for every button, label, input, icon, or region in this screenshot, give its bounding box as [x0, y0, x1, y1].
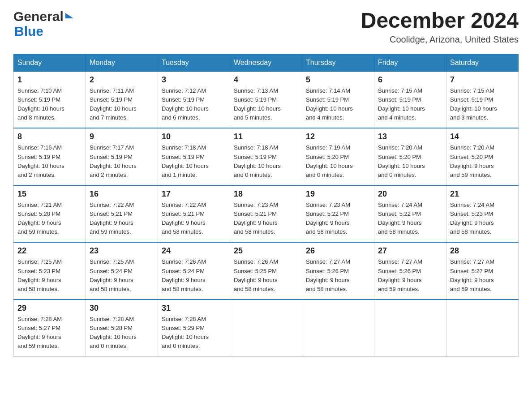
calendar-cell: 31 Sunrise: 7:28 AMSunset: 5:29 PMDaylig… — [158, 300, 230, 356]
calendar-cell: 13 Sunrise: 7:20 AMSunset: 5:20 PMDaylig… — [374, 128, 446, 185]
day-number: 24 — [162, 246, 226, 256]
calendar-cell: 15 Sunrise: 7:21 AMSunset: 5:20 PMDaylig… — [14, 185, 86, 243]
week-row-3: 15 Sunrise: 7:21 AMSunset: 5:20 PMDaylig… — [14, 185, 519, 243]
day-number: 11 — [234, 132, 298, 141]
day-number: 30 — [90, 304, 154, 313]
day-info: Sunrise: 7:23 AMSunset: 5:21 PMDaylight:… — [234, 201, 298, 237]
calendar-cell: 20 Sunrise: 7:24 AMSunset: 5:22 PMDaylig… — [374, 185, 446, 243]
calendar-cell: 23 Sunrise: 7:25 AMSunset: 5:24 PMDaylig… — [86, 242, 158, 300]
month-title: December 2024 — [361, 9, 519, 33]
day-info: Sunrise: 7:11 AMSunset: 5:19 PMDaylight:… — [90, 86, 154, 123]
day-number: 13 — [378, 132, 442, 141]
calendar-cell: 16 Sunrise: 7:22 AMSunset: 5:21 PMDaylig… — [86, 185, 158, 243]
calendar-cell: 1 Sunrise: 7:10 AMSunset: 5:19 PMDayligh… — [14, 71, 86, 128]
week-row-4: 22 Sunrise: 7:25 AMSunset: 5:23 PMDaylig… — [14, 242, 519, 300]
calendar-cell: 4 Sunrise: 7:13 AMSunset: 5:19 PMDayligh… — [230, 71, 302, 128]
calendar-cell: 8 Sunrise: 7:16 AMSunset: 5:19 PMDayligh… — [14, 128, 86, 185]
day-number: 17 — [162, 189, 226, 199]
day-info: Sunrise: 7:22 AMSunset: 5:21 PMDaylight:… — [162, 201, 226, 237]
day-number: 28 — [450, 246, 515, 256]
day-info: Sunrise: 7:23 AMSunset: 5:22 PMDaylight:… — [306, 201, 370, 237]
day-number: 6 — [378, 75, 442, 85]
day-info: Sunrise: 7:25 AMSunset: 5:24 PMDaylight:… — [90, 257, 154, 294]
day-number: 23 — [90, 246, 154, 256]
calendar-cell: 24 Sunrise: 7:26 AMSunset: 5:24 PMDaylig… — [158, 242, 230, 300]
calendar-cell: 27 Sunrise: 7:27 AMSunset: 5:26 PMDaylig… — [374, 242, 446, 300]
day-info: Sunrise: 7:25 AMSunset: 5:23 PMDaylight:… — [17, 257, 82, 294]
day-number: 4 — [234, 75, 298, 85]
day-info: Sunrise: 7:22 AMSunset: 5:21 PMDaylight:… — [90, 201, 154, 237]
day-number: 15 — [17, 189, 82, 199]
week-row-5: 29 Sunrise: 7:28 AMSunset: 5:27 PMDaylig… — [14, 300, 519, 356]
day-number: 10 — [162, 132, 226, 141]
day-info: Sunrise: 7:21 AMSunset: 5:20 PMDaylight:… — [17, 201, 82, 237]
calendar-cell: 18 Sunrise: 7:23 AMSunset: 5:21 PMDaylig… — [230, 185, 302, 243]
title-section: December 2024 Coolidge, Arizona, United … — [361, 9, 519, 45]
page-header: General Blue December 2024 Coolidge, Ari… — [13, 9, 519, 45]
day-number: 22 — [17, 246, 82, 256]
calendar-cell: 29 Sunrise: 7:28 AMSunset: 5:27 PMDaylig… — [14, 300, 86, 356]
day-number: 8 — [17, 132, 82, 141]
calendar-cell: 7 Sunrise: 7:15 AMSunset: 5:19 PMDayligh… — [446, 71, 519, 128]
calendar-cell: 10 Sunrise: 7:18 AMSunset: 5:19 PMDaylig… — [158, 128, 230, 185]
day-number: 26 — [306, 246, 370, 256]
calendar-cell: 22 Sunrise: 7:25 AMSunset: 5:23 PMDaylig… — [14, 242, 86, 300]
day-number: 31 — [162, 304, 226, 313]
day-number: 2 — [90, 75, 154, 85]
logo-blue-label: Blue — [14, 24, 43, 39]
day-info: Sunrise: 7:28 AMSunset: 5:27 PMDaylight:… — [17, 315, 82, 351]
calendar-cell — [374, 300, 446, 356]
day-info: Sunrise: 7:18 AMSunset: 5:19 PMDaylight:… — [234, 143, 298, 180]
day-info: Sunrise: 7:10 AMSunset: 5:19 PMDaylight:… — [17, 86, 82, 123]
day-info: Sunrise: 7:26 AMSunset: 5:25 PMDaylight:… — [234, 257, 298, 294]
day-number: 14 — [450, 132, 515, 141]
day-info: Sunrise: 7:16 AMSunset: 5:19 PMDaylight:… — [17, 143, 82, 180]
calendar-cell — [302, 300, 374, 356]
day-number: 3 — [162, 75, 226, 85]
week-row-1: 1 Sunrise: 7:10 AMSunset: 5:19 PMDayligh… — [14, 71, 519, 128]
day-number: 25 — [234, 246, 298, 256]
day-info: Sunrise: 7:14 AMSunset: 5:19 PMDaylight:… — [306, 86, 370, 123]
calendar-cell: 14 Sunrise: 7:20 AMSunset: 5:20 PMDaylig… — [446, 128, 519, 185]
calendar-cell: 17 Sunrise: 7:22 AMSunset: 5:21 PMDaylig… — [158, 185, 230, 243]
calendar-cell: 21 Sunrise: 7:24 AMSunset: 5:23 PMDaylig… — [446, 185, 519, 243]
header-thursday: Thursday — [302, 54, 374, 71]
header-friday: Friday — [374, 54, 446, 71]
day-number: 12 — [306, 132, 370, 141]
day-info: Sunrise: 7:15 AMSunset: 5:19 PMDaylight:… — [450, 86, 515, 123]
day-number: 27 — [378, 246, 442, 256]
day-number: 9 — [90, 132, 154, 141]
day-number: 16 — [90, 189, 154, 199]
calendar-cell: 19 Sunrise: 7:23 AMSunset: 5:22 PMDaylig… — [302, 185, 374, 243]
week-row-2: 8 Sunrise: 7:16 AMSunset: 5:19 PMDayligh… — [14, 128, 519, 185]
logo-general-label: General — [13, 9, 64, 24]
calendar-table: SundayMondayTuesdayWednesdayThursdayFrid… — [13, 54, 519, 357]
day-number: 18 — [234, 189, 298, 199]
logo-general-text: General — [13, 9, 73, 24]
calendar-cell: 2 Sunrise: 7:11 AMSunset: 5:19 PMDayligh… — [86, 71, 158, 128]
day-info: Sunrise: 7:26 AMSunset: 5:24 PMDaylight:… — [162, 257, 226, 294]
calendar-cell: 25 Sunrise: 7:26 AMSunset: 5:25 PMDaylig… — [230, 242, 302, 300]
calendar-cell: 30 Sunrise: 7:28 AMSunset: 5:28 PMDaylig… — [86, 300, 158, 356]
calendar-cell: 26 Sunrise: 7:27 AMSunset: 5:26 PMDaylig… — [302, 242, 374, 300]
logo-arrow-icon — [65, 13, 73, 18]
day-info: Sunrise: 7:27 AMSunset: 5:27 PMDaylight:… — [450, 257, 515, 294]
day-number: 21 — [450, 189, 515, 199]
day-info: Sunrise: 7:12 AMSunset: 5:19 PMDaylight:… — [162, 86, 226, 123]
header-monday: Monday — [86, 54, 158, 71]
day-info: Sunrise: 7:17 AMSunset: 5:19 PMDaylight:… — [90, 143, 154, 180]
logo: General Blue — [13, 9, 73, 39]
calendar-cell: 5 Sunrise: 7:14 AMSunset: 5:19 PMDayligh… — [302, 71, 374, 128]
day-info: Sunrise: 7:19 AMSunset: 5:20 PMDaylight:… — [306, 143, 370, 180]
day-info: Sunrise: 7:28 AMSunset: 5:28 PMDaylight:… — [90, 315, 154, 351]
day-number: 7 — [450, 75, 515, 85]
day-info: Sunrise: 7:27 AMSunset: 5:26 PMDaylight:… — [378, 257, 442, 294]
location-text: Coolidge, Arizona, United States — [361, 34, 519, 45]
day-info: Sunrise: 7:28 AMSunset: 5:29 PMDaylight:… — [162, 315, 226, 351]
calendar-cell — [446, 300, 519, 356]
calendar-header-row: SundayMondayTuesdayWednesdayThursdayFrid… — [14, 54, 519, 71]
calendar-cell: 3 Sunrise: 7:12 AMSunset: 5:19 PMDayligh… — [158, 71, 230, 128]
day-number: 1 — [17, 75, 82, 85]
calendar-cell: 11 Sunrise: 7:18 AMSunset: 5:19 PMDaylig… — [230, 128, 302, 185]
day-info: Sunrise: 7:18 AMSunset: 5:19 PMDaylight:… — [162, 143, 226, 180]
